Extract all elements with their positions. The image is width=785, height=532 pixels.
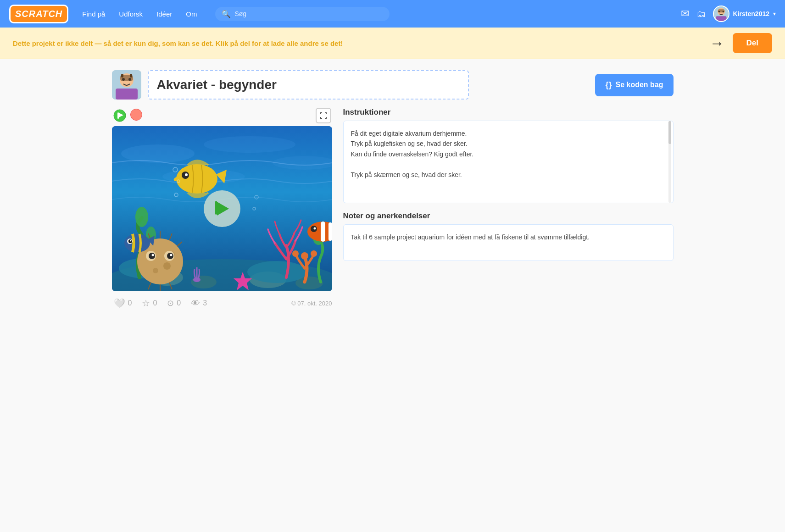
notes-text: Tak til 6 sample project aquarium for id…: [351, 232, 666, 242]
mail-icon[interactable]: ✉: [681, 8, 689, 20]
svg-point-37: [185, 173, 188, 176]
nav-udforsk[interactable]: Udforsk: [114, 7, 147, 21]
scrollbar-thumb: [668, 121, 671, 144]
copyright-label: © 07. okt. 2020: [291, 300, 332, 307]
user-area[interactable]: Kirsten2012 ▾: [713, 6, 776, 22]
stage-section: 🤍 0 ☆ 0 ⊙ 0 👁 3 © 07. okt. 2020: [112, 108, 332, 309]
svg-point-32: [301, 252, 308, 260]
nav-links: Find på Udforsk Idéer Om: [78, 7, 201, 21]
star-icon: ☆: [142, 298, 150, 309]
svg-point-17: [121, 144, 195, 163]
project-stats: 🤍 0 ☆ 0 ⊙ 0 👁 3 © 07. okt. 2020: [112, 298, 332, 309]
svg-point-65: [130, 240, 131, 242]
search-icon: 🔍: [222, 10, 231, 18]
project-header: {} Se koden bag: [112, 70, 674, 100]
svg-point-57: [149, 253, 155, 259]
svg-rect-13: [130, 74, 132, 78]
code-icon: {}: [605, 80, 612, 90]
nav-ideer[interactable]: Idéer: [152, 7, 177, 21]
share-right: → Del: [710, 33, 772, 53]
likes-count: 0: [128, 299, 132, 307]
svg-point-53: [153, 268, 158, 273]
share-button[interactable]: Del: [733, 33, 772, 53]
navbar: SCRATCH Find på Udforsk Idéer Om 🔍 ✉ 🗂: [0, 0, 785, 28]
nav-find-paa[interactable]: Find på: [78, 7, 110, 21]
svg-point-52: [163, 262, 171, 270]
fullscreen-button[interactable]: [316, 108, 331, 123]
stage-canvas[interactable]: [112, 126, 332, 291]
search-input[interactable]: [234, 10, 383, 17]
share-banner-text: Dette projekt er ikke delt — så det er k…: [13, 39, 343, 47]
nav-right: ✉ 🗂 Kirsten2012 ▾: [681, 6, 776, 22]
search-bar: 🔍: [215, 7, 390, 21]
stars-count: 0: [153, 299, 157, 307]
likes-stat[interactable]: 🤍 0: [114, 298, 132, 309]
svg-point-31: [311, 250, 317, 257]
svg-rect-40: [328, 222, 332, 241]
notes-box[interactable]: Tak til 6 sample project aquarium for id…: [343, 224, 674, 261]
project-title-input[interactable]: [148, 70, 469, 100]
project-body: 🤍 0 ☆ 0 ⊙ 0 👁 3 © 07. okt. 2020: [112, 108, 674, 309]
stage-controls: [112, 108, 332, 123]
instructions-box[interactable]: Få dit eget digitale akvarium derhjemme.…: [343, 121, 674, 203]
scrollbar: [668, 121, 671, 203]
avatar: [713, 6, 729, 22]
remixes-stat[interactable]: ⊙ 0: [167, 298, 181, 308]
nav-om[interactable]: Om: [181, 7, 201, 21]
chevron-down-icon: ▾: [773, 11, 776, 17]
remixes-count: 0: [177, 299, 181, 307]
svg-rect-5: [718, 9, 724, 12]
scratch-logo[interactable]: SCRATCH: [9, 5, 68, 23]
eye-icon: 👁: [191, 298, 200, 309]
project-avatar: [112, 70, 141, 100]
views-stat: 👁 3: [191, 298, 207, 309]
svg-rect-2: [716, 16, 726, 21]
svg-point-61: [170, 254, 172, 256]
green-flag-button[interactable]: [113, 109, 127, 122]
svg-rect-39: [321, 222, 325, 242]
instructions-text: Få dit eget digitale akvarium derhjemme.…: [351, 128, 666, 180]
arrow-right-icon: →: [710, 35, 724, 52]
svg-rect-12: [121, 74, 123, 78]
svg-rect-15: [117, 112, 119, 119]
stage-buttons: [113, 109, 142, 122]
heart-icon: 🤍: [114, 298, 125, 309]
svg-rect-8: [116, 89, 138, 100]
svg-point-30: [292, 250, 299, 257]
svg-point-60: [167, 253, 173, 259]
svg-point-58: [151, 254, 154, 256]
red-stop-button[interactable]: [130, 109, 142, 121]
svg-rect-71: [215, 201, 217, 215]
instructions-title: Instruktioner: [343, 108, 674, 117]
info-panel: Instruktioner Få dit eget digitale akvar…: [343, 108, 674, 269]
svg-point-42: [313, 227, 316, 230]
stars-stat[interactable]: ☆ 0: [142, 298, 157, 309]
svg-point-28: [135, 207, 148, 227]
username-label: Kirsten2012: [733, 10, 769, 17]
svg-point-18: [204, 136, 295, 153]
svg-point-27: [247, 261, 307, 283]
notes-title: Noter og anerkendelser: [343, 211, 674, 221]
folder-icon[interactable]: 🗂: [696, 9, 706, 19]
share-banner: Dette projekt er ikke delt — så det er k…: [0, 28, 785, 59]
remix-icon: ⊙: [167, 298, 174, 308]
views-count: 3: [203, 299, 207, 307]
play-overlay-button[interactable]: [204, 190, 240, 227]
main-content: {} Se koden bag: [99, 59, 686, 320]
see-code-button[interactable]: {} Se koden bag: [595, 74, 673, 96]
svg-point-35: [176, 164, 217, 194]
